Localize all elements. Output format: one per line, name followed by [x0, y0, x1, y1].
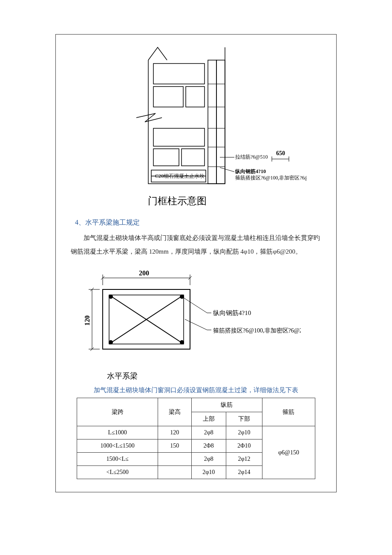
table-caption: 加气混凝土砌块墙体门窗洞口必须设置钢筋混凝土过梁，详细做法见下表 [66, 386, 326, 394]
svg-rect-4 [186, 87, 205, 107]
td-stirrup-value: φ6@150 [262, 426, 315, 479]
lintel-table: 梁跨 梁高 纵筋 箍筋 上部 下部 L≤1000 120 2φ8 2φ10 φ6… [77, 398, 315, 479]
fig1-stirrup-label: 箍筋搭接区?6@100,非加密区?6@150 [235, 175, 307, 181]
th-top: 上部 [191, 412, 226, 426]
th-height: 梁高 [158, 398, 191, 426]
svg-rect-7 [182, 149, 205, 166]
svg-rect-6 [153, 149, 179, 166]
page-frame: 拉结筋?6@510 650 纵向钢筋4?10 箍筋搭接区?6@100,非加密区?… [55, 34, 337, 492]
fig1-footing-label: C20细石混凝土止水坎 [155, 173, 205, 179]
table-header-row: 梁跨 梁高 纵筋 箍筋 [77, 398, 315, 412]
svg-point-33 [180, 340, 184, 344]
svg-point-32 [109, 340, 113, 344]
svg-line-16 [220, 168, 234, 172]
th-bottom: 下部 [226, 412, 262, 426]
fig1-long-bar-label: 纵向钢筋4?10 [235, 168, 266, 174]
fig1-dim-650: 650 [276, 150, 285, 156]
svg-line-36 [185, 319, 207, 330]
figure-tie-beam: 200 120 [79, 266, 301, 368]
fig2-dim-h: 120 [84, 315, 91, 326]
svg-rect-1 [216, 60, 225, 184]
table-row: L≤1000 120 2φ8 2φ10 φ6@150 [77, 426, 315, 439]
fig2-dim-w: 200 [139, 269, 149, 277]
th-span: 梁跨 [77, 398, 158, 426]
svg-rect-5 [153, 128, 205, 146]
svg-point-30 [109, 295, 113, 299]
svg-rect-2 [153, 64, 205, 84]
figure-door-frame: 拉结筋?6@510 650 纵向钢筋4?10 箍筋搭接区?6@100,非加密区?… [85, 43, 307, 188]
th-longbar: 纵筋 [191, 398, 262, 412]
th-stirrup: 箍筋 [262, 398, 315, 426]
figure1-title: 门框柱示意图 [135, 194, 220, 208]
section4-paragraph: 加气混凝土砌块墙体半高或门顶窗底处必须设置与混凝土墙柱相连且沿墙全长贯穿旳钢筋混… [71, 231, 321, 258]
figure2-title: 水平系梁 [107, 371, 326, 381]
fig2-stirrup-label: 箍筋搭接区?6@100,非加密区?6@200 [213, 327, 301, 334]
svg-rect-3 [153, 87, 183, 107]
section4-heading: 4、水平系梁施工规定 [75, 218, 326, 227]
fig2-long-bar-label: 纵向钢筋4?10 [213, 309, 251, 316]
fig1-tie-bar-label: 拉结筋?6@510 [235, 154, 268, 160]
svg-rect-0 [208, 60, 216, 184]
svg-line-34 [182, 297, 207, 313]
